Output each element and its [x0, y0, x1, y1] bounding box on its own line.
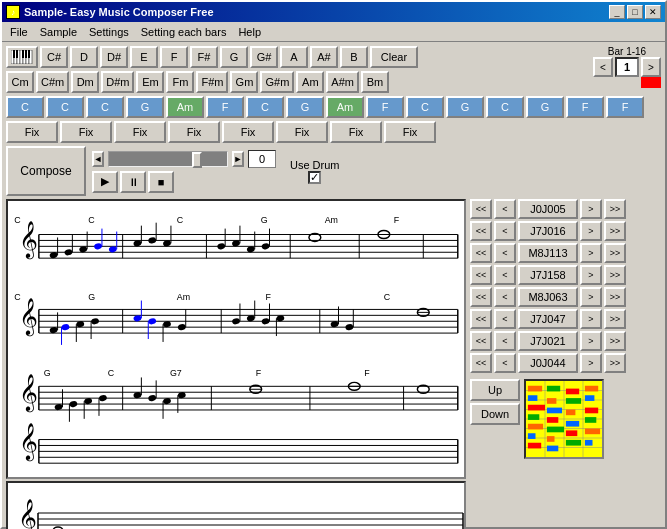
slider-right-btn[interactable]: ►: [232, 151, 244, 167]
key-bm[interactable]: Bm: [361, 71, 389, 93]
key-cm[interactable]: Cm: [6, 71, 34, 93]
chord-13[interactable]: G: [526, 96, 564, 118]
bar-next-next[interactable]: >: [641, 57, 661, 77]
preset-prev-3[interactable]: <: [494, 265, 516, 285]
fix-2[interactable]: Fix: [114, 121, 166, 143]
preset-prev-prev-3[interactable]: <<: [470, 265, 492, 285]
fix-1[interactable]: Fix: [60, 121, 112, 143]
preset-prev-prev-6[interactable]: <<: [470, 331, 492, 351]
key-g[interactable]: G: [220, 46, 248, 68]
chord-4[interactable]: Am: [166, 96, 204, 118]
key-dm[interactable]: Dm: [71, 71, 99, 93]
compose-button[interactable]: Compose: [6, 146, 86, 196]
preset-prev-prev-1[interactable]: <<: [470, 221, 492, 241]
stop-button[interactable]: ■: [148, 171, 174, 193]
preset-next-0[interactable]: >: [580, 199, 602, 219]
fix-3[interactable]: Fix: [168, 121, 220, 143]
preset-prev-prev-5[interactable]: <<: [470, 309, 492, 329]
key-b[interactable]: B: [340, 46, 368, 68]
preset-next-4[interactable]: >: [580, 287, 602, 307]
chord-14[interactable]: F: [566, 96, 604, 118]
speed-slider[interactable]: [108, 151, 228, 167]
preset-next-next-7[interactable]: >>: [604, 353, 626, 373]
key-fsharp-m[interactable]: F#m: [196, 71, 228, 93]
key-gm[interactable]: Gm: [230, 71, 258, 93]
preset-prev-6[interactable]: <: [494, 331, 516, 351]
menu-file[interactable]: File: [4, 24, 34, 40]
chord-5[interactable]: F: [206, 96, 244, 118]
key-f[interactable]: F: [160, 46, 188, 68]
key-asharp-m[interactable]: A#m: [326, 71, 359, 93]
key-em[interactable]: Em: [136, 71, 164, 93]
preset-next-5[interactable]: >: [580, 309, 602, 329]
key-gsharp-m[interactable]: G#m: [260, 71, 294, 93]
fix-0[interactable]: Fix: [6, 121, 58, 143]
maximize-button[interactable]: □: [627, 5, 643, 19]
menu-settings[interactable]: Settings: [83, 24, 135, 40]
chord-9[interactable]: F: [366, 96, 404, 118]
preset-next-1[interactable]: >: [580, 221, 602, 241]
key-asharp[interactable]: A#: [310, 46, 338, 68]
preset-prev-2[interactable]: <: [494, 243, 516, 263]
minimize-button[interactable]: _: [609, 5, 625, 19]
chord-6[interactable]: C: [246, 96, 284, 118]
bar-prev-prev[interactable]: <: [593, 57, 613, 77]
chord-12[interactable]: C: [486, 96, 524, 118]
preset-prev-0[interactable]: <: [494, 199, 516, 219]
key-fsharp[interactable]: F#: [190, 46, 218, 68]
up-button[interactable]: Up: [470, 379, 520, 401]
key-am[interactable]: Am: [296, 71, 324, 93]
preset-prev-prev-2[interactable]: <<: [470, 243, 492, 263]
menu-sample[interactable]: Sample: [34, 24, 83, 40]
preset-next-next-1[interactable]: >>: [604, 221, 626, 241]
fix-5[interactable]: Fix: [276, 121, 328, 143]
piano-key-icon[interactable]: [6, 46, 38, 68]
chord-8[interactable]: Am: [326, 96, 364, 118]
chord-7[interactable]: G: [286, 96, 324, 118]
key-d[interactable]: D: [70, 46, 98, 68]
close-button[interactable]: ✕: [645, 5, 661, 19]
fix-4[interactable]: Fix: [222, 121, 274, 143]
slider-left-btn[interactable]: ◄: [92, 151, 104, 167]
key-dsharp[interactable]: D#: [100, 46, 128, 68]
chord-3[interactable]: G: [126, 96, 164, 118]
chord-11[interactable]: G: [446, 96, 484, 118]
preset-prev-prev-7[interactable]: <<: [470, 353, 492, 373]
chord-1[interactable]: C: [46, 96, 84, 118]
pause-button[interactable]: ⏸: [120, 171, 146, 193]
preset-next-7[interactable]: >: [580, 353, 602, 373]
chord-2[interactable]: C: [86, 96, 124, 118]
key-dsharp-m[interactable]: D#m: [101, 71, 134, 93]
preset-prev-prev-4[interactable]: <<: [470, 287, 492, 307]
preset-next-next-4[interactable]: >>: [604, 287, 626, 307]
chord-0[interactable]: C: [6, 96, 44, 118]
key-csharp-m[interactable]: C#m: [36, 71, 69, 93]
chord-15[interactable]: F: [606, 96, 644, 118]
use-drum-checkbox[interactable]: ✓: [308, 171, 321, 184]
preset-next-2[interactable]: >: [580, 243, 602, 263]
key-csharp[interactable]: C#: [40, 46, 68, 68]
down-button[interactable]: Down: [470, 403, 520, 425]
play-button[interactable]: ▶: [92, 171, 118, 193]
preset-next-next-3[interactable]: >>: [604, 265, 626, 285]
chord-10[interactable]: C: [406, 96, 444, 118]
key-fm[interactable]: Fm: [166, 71, 194, 93]
fix-7[interactable]: Fix: [384, 121, 436, 143]
preset-next-3[interactable]: >: [580, 265, 602, 285]
menu-setting-each-bars[interactable]: Setting each bars: [135, 24, 233, 40]
key-a[interactable]: A: [280, 46, 308, 68]
preset-next-next-0[interactable]: >>: [604, 199, 626, 219]
fix-6[interactable]: Fix: [330, 121, 382, 143]
key-gsharp[interactable]: G#: [250, 46, 278, 68]
preset-prev-5[interactable]: <: [494, 309, 516, 329]
preset-next-next-2[interactable]: >>: [604, 243, 626, 263]
preset-next-6[interactable]: >: [580, 331, 602, 351]
preset-prev-4[interactable]: <: [494, 287, 516, 307]
preset-next-next-5[interactable]: >>: [604, 309, 626, 329]
key-e[interactable]: E: [130, 46, 158, 68]
clear-button[interactable]: Clear: [370, 46, 418, 68]
preset-next-next-6[interactable]: >>: [604, 331, 626, 351]
preset-prev-prev-0[interactable]: <<: [470, 199, 492, 219]
preset-prev-1[interactable]: <: [494, 221, 516, 241]
menu-help[interactable]: Help: [232, 24, 267, 40]
